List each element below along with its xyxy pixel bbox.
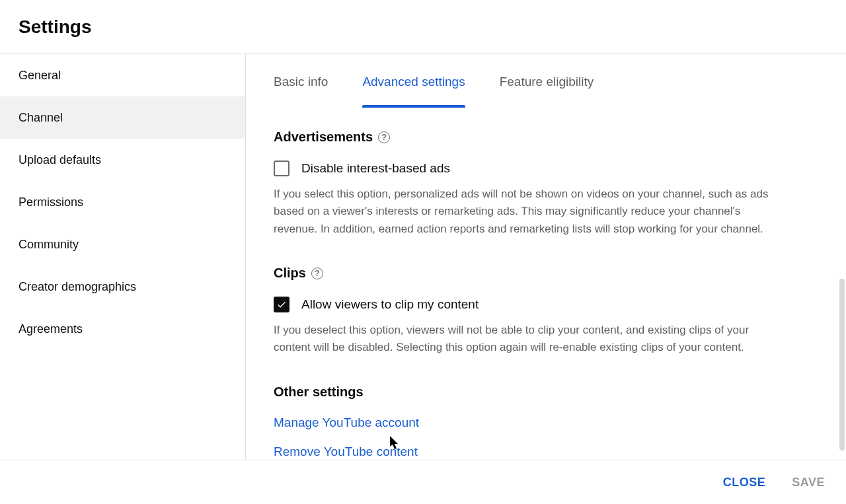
help-icon[interactable]: ? — [311, 268, 323, 279]
checkbox-allow-clips[interactable] — [274, 297, 289, 312]
help-icon[interactable]: ? — [378, 131, 390, 143]
checkbox-label: Disable interest-based ads — [301, 161, 450, 176]
sidebar-item-label: Channel — [19, 111, 63, 125]
sidebar-item-channel[interactable]: Channel — [0, 96, 245, 139]
settings-sidebar: General Channel Upload defaults Permissi… — [0, 54, 246, 460]
sidebar-item-label: Community — [19, 238, 79, 252]
sidebar-item-label: Agreements — [19, 322, 83, 336]
section-advertisements: Advertisements ? Disable interest-based … — [274, 129, 787, 238]
section-other-settings: Other settings Manage YouTube account Re… — [274, 384, 787, 459]
sidebar-item-label: Upload defaults — [19, 153, 101, 167]
dialog-footer: CLOSE SAVE — [0, 460, 846, 504]
checkbox-label: Allow viewers to clip my content — [301, 297, 479, 312]
save-button[interactable]: SAVE — [789, 470, 827, 495]
dialog-header: Settings — [0, 0, 846, 54]
tab-feature-eligibility[interactable]: Feature eligibility — [500, 56, 594, 106]
page-title: Settings — [19, 17, 91, 38]
main-panel: Basic info Advanced settings Feature eli… — [246, 54, 846, 460]
scrollbar-thumb[interactable] — [839, 279, 845, 450]
section-description: If you deselect this option, viewers wil… — [274, 322, 787, 357]
sidebar-item-upload-defaults[interactable]: Upload defaults — [0, 139, 245, 181]
tab-bar: Basic info Advanced settings Feature eli… — [246, 54, 846, 108]
section-heading: Clips — [274, 266, 306, 281]
checkbox-disable-interest-ads[interactable] — [274, 161, 289, 176]
sidebar-item-label: General — [19, 69, 61, 83]
tab-label: Advanced settings — [362, 75, 465, 89]
tab-label: Feature eligibility — [500, 75, 594, 89]
sidebar-item-permissions[interactable]: Permissions — [0, 181, 245, 223]
sidebar-item-label: Creator demographics — [19, 280, 136, 294]
link-manage-youtube-account[interactable]: Manage YouTube account — [274, 415, 787, 430]
section-clips: Clips ? Allow viewers to clip my content… — [274, 266, 787, 357]
sidebar-item-creator-demographics[interactable]: Creator demographics — [0, 266, 245, 308]
section-description: If you select this option, personalized … — [274, 186, 787, 238]
sidebar-item-general[interactable]: General — [0, 54, 245, 96]
link-remove-youtube-content[interactable]: Remove YouTube content — [274, 445, 787, 459]
close-button[interactable]: CLOSE — [720, 470, 769, 495]
sidebar-item-agreements[interactable]: Agreements — [0, 308, 245, 350]
section-heading: Advertisements — [274, 129, 373, 145]
section-heading: Other settings — [274, 384, 364, 400]
tab-advanced-settings[interactable]: Advanced settings — [362, 56, 465, 106]
tab-basic-info[interactable]: Basic info — [274, 56, 328, 106]
sidebar-item-community[interactable]: Community — [0, 223, 245, 266]
tab-label: Basic info — [274, 75, 328, 89]
sidebar-item-label: Permissions — [19, 196, 83, 209]
